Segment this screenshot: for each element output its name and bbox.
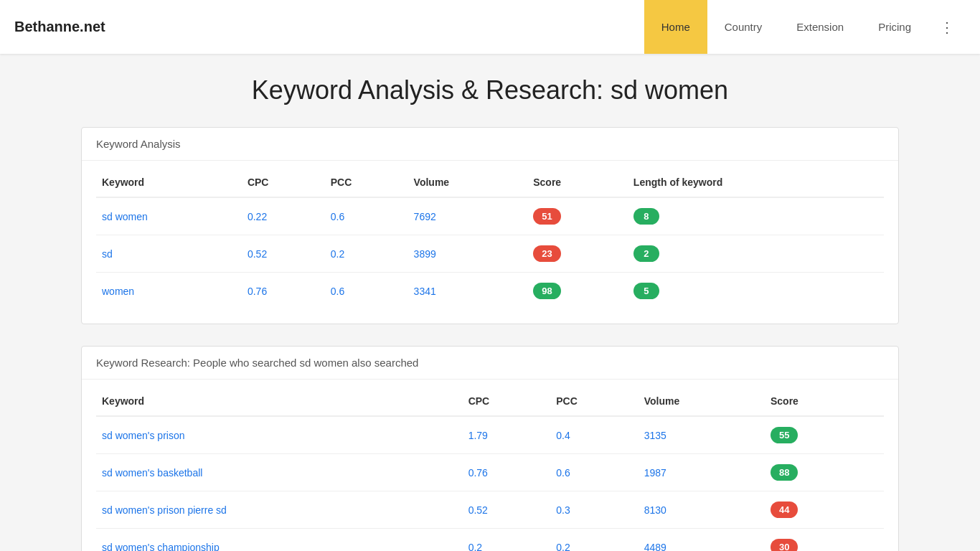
col-keyword: Keyword [96,168,242,197]
pcc-cell: 0.6 [325,197,408,235]
res-keyword-cell[interactable]: sd women's championship [96,529,463,552]
nav-more-button[interactable]: ⋮ [928,0,966,54]
res-keyword-link[interactable]: sd women's basketball [102,467,202,479]
keyword-research-table: Keyword CPC PCC Volume Score sd women's … [96,387,884,551]
keyword-link[interactable]: women [102,286,134,297]
res-pcc-cell: 0.6 [550,454,639,491]
keyword-research-body: Keyword CPC PCC Volume Score sd women's … [82,387,898,551]
keyword-research-header: Keyword Research: People who searched sd… [82,347,898,380]
length-cell: 2 [628,235,884,273]
volume-cell: 3899 [408,235,528,273]
res-keyword-cell[interactable]: sd women's basketball [96,454,463,491]
site-logo: Bethanne.net [14,19,105,35]
score-cell: 51 [527,197,628,235]
res-score-badge: 30 [771,539,798,551]
res-volume-cell: 4489 [639,529,765,552]
score-badge: 98 [533,283,560,299]
length-cell: 5 [628,273,884,310]
nav-country[interactable]: Country [707,0,780,54]
table-row: women 0.76 0.6 3341 98 5 [96,273,884,310]
table-row: sd women's prison pierre sd 0.52 0.3 813… [96,491,884,529]
res-pcc-cell: 0.2 [550,529,639,552]
col-pcc: PCC [325,168,408,197]
pcc-cell: 0.6 [325,273,408,310]
res-keyword-link[interactable]: sd women's prison [102,430,185,441]
res-keyword-link[interactable]: sd women's championship [102,542,220,552]
res-pcc-cell: 0.4 [550,416,639,454]
res-volume-cell: 8130 [639,491,765,529]
col-cpc: CPC [242,168,325,197]
col-score: Score [527,168,628,197]
keyword-cell[interactable]: sd women [96,197,242,235]
score-badge: 51 [533,208,560,225]
res-score-cell: 55 [765,416,884,454]
header: Bethanne.net Home Country Extension Pric… [0,0,980,54]
page-title: Keyword Analysis & Research: sd women [81,75,899,105]
keyword-link[interactable]: sd [102,248,113,260]
res-cpc-cell: 1.79 [463,416,551,454]
res-col-volume: Volume [639,387,765,416]
res-keyword-cell[interactable]: sd women's prison pierre sd [96,491,463,529]
volume-cell: 7692 [408,197,528,235]
res-cpc-cell: 0.76 [463,454,551,491]
keyword-link[interactable]: sd women [102,211,148,222]
col-length: Length of keyword [628,168,884,197]
res-keyword-cell[interactable]: sd women's prison [96,416,463,454]
res-col-pcc: PCC [550,387,639,416]
keyword-cell[interactable]: sd [96,235,242,273]
res-score-badge: 88 [771,464,798,481]
cpc-cell: 0.76 [242,273,325,310]
nav-pricing[interactable]: Pricing [861,0,928,54]
res-score-cell: 44 [765,491,884,529]
keyword-analysis-table: Keyword CPC PCC Volume Score Length of k… [96,168,884,309]
table-header-row: Keyword CPC PCC Volume Score Length of k… [96,168,884,197]
length-badge: 8 [633,208,659,225]
cpc-cell: 0.52 [242,235,325,273]
score-cell: 23 [527,235,628,273]
length-cell: 8 [628,197,884,235]
table-row: sd women's basketball 0.76 0.6 1987 88 [96,454,884,491]
res-volume-cell: 3135 [639,416,765,454]
length-badge: 2 [633,245,659,262]
table-row: sd 0.52 0.2 3899 23 2 [96,235,884,273]
res-cpc-cell: 0.2 [463,529,551,552]
res-col-cpc: CPC [463,387,551,416]
res-score-cell: 88 [765,454,884,491]
res-col-score: Score [765,387,884,416]
nav-home[interactable]: Home [644,0,707,54]
table-row: sd women 0.22 0.6 7692 51 8 [96,197,884,235]
volume-cell: 3341 [408,273,528,310]
main-nav: Home Country Extension Pricing ⋮ [644,0,966,54]
score-cell: 98 [527,273,628,310]
research-header-row: Keyword CPC PCC Volume Score [96,387,884,416]
res-pcc-cell: 0.3 [550,491,639,529]
length-badge: 5 [633,283,659,299]
res-volume-cell: 1987 [639,454,765,491]
keyword-analysis-body: Keyword CPC PCC Volume Score Length of k… [82,168,898,324]
main-content: Keyword Analysis & Research: sd women Ke… [67,54,913,551]
keyword-research-card: Keyword Research: People who searched sd… [81,346,899,551]
keyword-analysis-header: Keyword Analysis [82,128,898,161]
table-row: sd women's championship 0.2 0.2 4489 30 [96,529,884,552]
cpc-cell: 0.22 [242,197,325,235]
nav-extension[interactable]: Extension [779,0,861,54]
table-row: sd women's prison 1.79 0.4 3135 55 [96,416,884,454]
res-score-badge: 44 [771,501,798,518]
keyword-cell[interactable]: women [96,273,242,310]
keyword-analysis-card: Keyword Analysis Keyword CPC PCC Volume … [81,127,899,324]
pcc-cell: 0.2 [325,235,408,273]
res-col-keyword: Keyword [96,387,463,416]
col-volume: Volume [408,168,528,197]
res-cpc-cell: 0.52 [463,491,551,529]
res-keyword-link[interactable]: sd women's prison pierre sd [102,504,227,516]
res-score-cell: 30 [765,529,884,552]
score-badge: 23 [533,245,560,262]
res-score-badge: 55 [771,427,798,443]
